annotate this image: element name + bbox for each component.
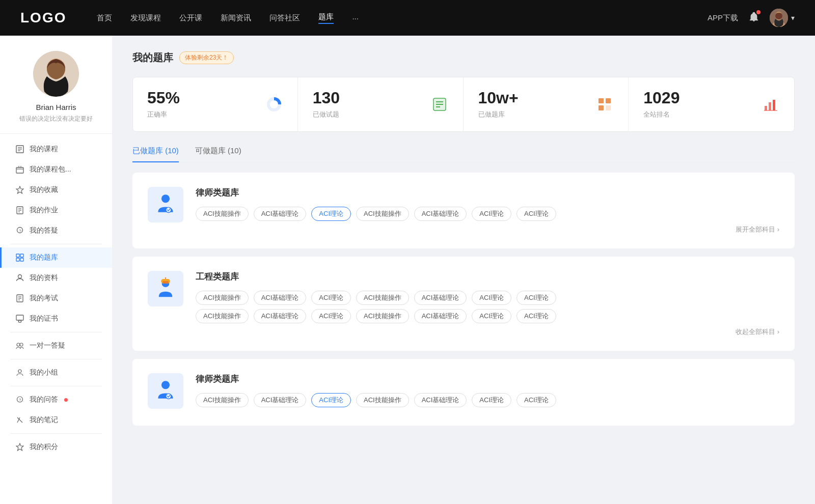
tag[interactable]: ACI基础理论 [254, 291, 307, 305]
tag[interactable]: ACI理论 [517, 207, 556, 221]
sidebar-item-4[interactable]: ?我的答疑 [0, 220, 112, 241]
qbank-cards-container: 律师类题库 ACI技能操作ACI基础理论ACI理论ACI技能操作ACI基础理论A… [132, 173, 795, 426]
tag[interactable]: ACI技能操作 [196, 309, 249, 323]
qbank-title: 工程类题库 [196, 271, 779, 283]
tag[interactable]: ACI技能操作 [196, 291, 249, 305]
sidebar-item-10[interactable]: 我的小组 [0, 362, 112, 383]
svg-point-64 [161, 381, 170, 389]
tag[interactable]: ACI技能操作 [196, 393, 249, 407]
notification-bell[interactable] [748, 11, 759, 24]
svg-point-35 [18, 370, 21, 373]
svg-rect-20 [16, 254, 19, 257]
tag[interactable]: ACI基础理论 [254, 207, 307, 221]
tag[interactable]: ACI基础理论 [414, 207, 467, 221]
tag[interactable]: ACI技能操作 [196, 207, 249, 221]
qbank-icon [148, 271, 183, 306]
tag[interactable]: ACI理论 [311, 393, 351, 407]
tag[interactable]: ACI理论 [517, 393, 556, 407]
menu-label: 我的笔记 [30, 415, 58, 425]
menu-label: 我的资料 [30, 273, 58, 283]
tag[interactable]: ACI技能操作 [356, 309, 409, 323]
qbank-body: 律师类题库 ACI技能操作ACI基础理论ACI理论ACI技能操作ACI基础理论A… [196, 373, 779, 411]
tag[interactable]: ACI理论 [311, 291, 351, 305]
tag[interactable]: ACI理论 [472, 207, 511, 221]
svg-rect-29 [16, 315, 23, 320]
sidebar-item-1[interactable]: 我的课程包... [0, 159, 112, 180]
tag[interactable]: ACI技能操作 [356, 207, 409, 221]
header: LOGO 首页发现课程公开课新闻资讯问答社区题库··· APP下载 ▾ [0, 0, 815, 36]
logo[interactable]: LOGO [20, 10, 66, 26]
nav-item-新闻资讯[interactable]: 新闻资讯 [221, 13, 251, 23]
tag[interactable]: ACI理论 [517, 309, 556, 323]
sidebar-menu: 我的课程我的课程包...我的收藏我的作业?我的答疑我的题库我的资料我的考试我的证… [0, 139, 112, 457]
tag[interactable]: ACI基础理论 [414, 393, 467, 407]
svg-rect-21 [20, 254, 23, 257]
tab-0[interactable]: 已做题库 (10) [132, 146, 179, 162]
sidebar-profile: Brian Harris 错误的决定比没有决定要好 [0, 51, 112, 134]
tag[interactable]: ACI基础理论 [414, 309, 467, 323]
sidebar-divider [10, 332, 102, 332]
main-nav: 首页发现课程公开课新闻资讯问答社区题库··· [97, 12, 708, 24]
user-menu[interactable]: ▾ [770, 9, 795, 27]
svg-rect-61 [162, 281, 169, 283]
menu-label: 我的证书 [30, 314, 58, 323]
menu-label: 我的答疑 [30, 226, 58, 235]
nav-item-问答社区[interactable]: 问答社区 [269, 13, 300, 23]
tag[interactable]: ACI理论 [472, 291, 511, 305]
qbank-tags: ACI技能操作ACI基础理论ACI理论ACI技能操作ACI基础理论ACI理论AC… [196, 393, 779, 407]
sidebar-item-7[interactable]: 我的考试 [0, 288, 112, 309]
menu-icon-one-on-one [15, 341, 24, 350]
nav-item-首页[interactable]: 首页 [97, 13, 112, 23]
sidebar-item-9[interactable]: 一对一答疑 [0, 335, 112, 356]
nav-item-公开课[interactable]: 公开课 [179, 13, 202, 23]
tag[interactable]: ACI理论 [472, 393, 511, 407]
sidebar-item-8[interactable]: 我的证书 [0, 309, 112, 329]
sidebar-item-13[interactable]: 我的积分 [0, 437, 112, 457]
sidebar: Brian Harris 错误的决定比没有决定要好 我的课程我的课程包...我的… [0, 36, 112, 504]
page-wrapper: Brian Harris 错误的决定比没有决定要好 我的课程我的课程包...我的… [0, 36, 815, 504]
sidebar-item-2[interactable]: 我的收藏 [0, 180, 112, 200]
svg-rect-22 [16, 258, 19, 261]
qbank-footer: 收起全部科目 › [196, 327, 779, 337]
sidebar-item-0[interactable]: 我的课程 [0, 139, 112, 159]
tag[interactable]: ACI理论 [472, 309, 511, 323]
stat-label: 全站排名 [643, 110, 753, 119]
svg-point-24 [18, 275, 22, 278]
stats-row: 55% 正确率 130 已做试题 10w+ 已做题库 1029 全站排名 [132, 77, 795, 132]
stat-icon-bar-chart [762, 95, 780, 114]
tag[interactable]: ACI理论 [517, 291, 556, 305]
sidebar-item-3[interactable]: 我的作业 [0, 200, 112, 220]
nav-item-题库[interactable]: 题库 [318, 12, 334, 24]
sidebar-item-6[interactable]: 我的资料 [0, 268, 112, 288]
tag[interactable]: ACI基础理论 [414, 291, 467, 305]
qbank-footer: 展开全部科目 › [196, 225, 779, 234]
expand-button[interactable]: 展开全部科目 › [736, 225, 779, 234]
svg-text:?: ? [19, 229, 21, 233]
sidebar-item-5[interactable]: 我的题库 [0, 247, 112, 268]
menu-label: 我的积分 [30, 442, 58, 452]
svg-point-63 [165, 277, 167, 278]
header-right: APP下载 ▾ [708, 9, 795, 27]
sidebar-item-12[interactable]: 我的笔记 [0, 410, 112, 430]
tag[interactable]: ACI基础理论 [254, 309, 307, 323]
nav-item-发现课程[interactable]: 发现课程 [130, 13, 161, 23]
stat-label: 已做试题 [313, 110, 422, 119]
tab-1[interactable]: 可做题库 (10) [195, 146, 241, 162]
stat-icon-pie-chart [265, 95, 283, 114]
tag[interactable]: ACI基础理论 [254, 393, 307, 407]
stat-text-group: 55% 正确率 [147, 90, 257, 119]
tag[interactable]: ACI理论 [311, 207, 351, 221]
tag[interactable]: ACI技能操作 [356, 291, 409, 305]
app-download-button[interactable]: APP下载 [708, 13, 738, 23]
menu-label: 我的课程包... [30, 165, 71, 174]
nav-item-···[interactable]: ··· [352, 14, 359, 22]
svg-rect-48 [599, 98, 604, 103]
tag[interactable]: ACI理论 [311, 309, 351, 323]
svg-rect-9 [16, 167, 23, 173]
menu-icon-exam [15, 294, 24, 303]
sidebar-item-11[interactable]: ?我的问答 [0, 389, 112, 410]
svg-rect-51 [606, 105, 611, 110]
tag[interactable]: ACI技能操作 [356, 393, 409, 407]
collapse-button[interactable]: 收起全部科目 › [736, 327, 779, 337]
menu-icon-qbank [15, 253, 24, 262]
